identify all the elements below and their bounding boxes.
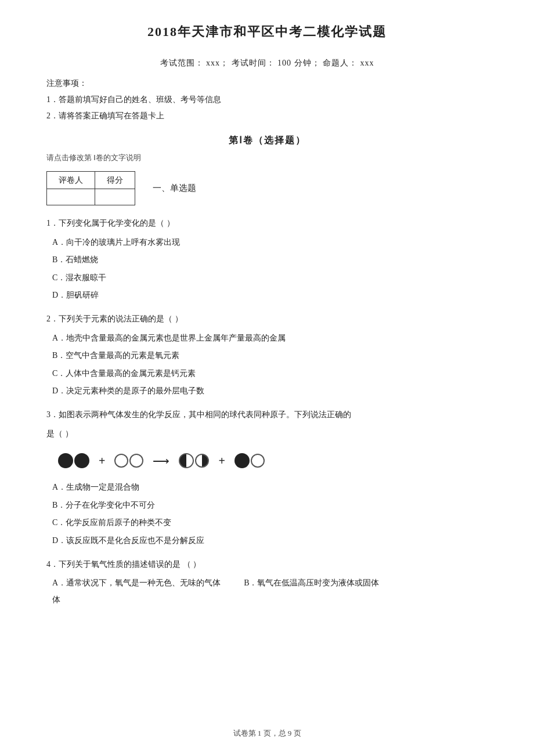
question-4-options: A．通常状况下，氧气是一种无色、无味的气体 B．氧气在低温高压时变为液体或固体 bbox=[52, 576, 488, 591]
question-4-option-a: A．通常状况下，氧气是一种无色、无味的气体 bbox=[52, 576, 221, 591]
question-1: 1．下列变化属于化学变化的是（ ） A．向干冷的玻璃片上呼有水雾出现 B．石蜡燃… bbox=[46, 216, 488, 303]
exam-info: 考试范围： xxx； 考试时间： 100 分钟； 命题人： xxx bbox=[46, 58, 488, 68]
atom-dark-1 bbox=[58, 453, 73, 468]
section-I-title: 第Ⅰ卷（选择题） bbox=[46, 135, 488, 147]
sub-section-title: 一、单选题 bbox=[153, 183, 196, 194]
question-2-stem: 2．下列关于元素的说法正确的是（ ） bbox=[46, 312, 488, 327]
reaction-diagram: + ⟶ + bbox=[58, 450, 488, 472]
question-1-option-d: D．胆矾研碎 bbox=[52, 288, 488, 303]
question-3-option-a: A．生成物一定是混合物 bbox=[52, 480, 488, 495]
question-1-option-a: A．向干冷的玻璃片上呼有水雾出现 bbox=[52, 235, 488, 251]
question-2: 2．下列关于元素的说法正确的是（ ） A．地壳中含量最高的金属元素也是世界上金属… bbox=[46, 312, 488, 399]
question-3-stem2: 是（ ） bbox=[46, 426, 488, 442]
score-table-value-2 bbox=[95, 189, 135, 205]
reactant-2 bbox=[114, 454, 143, 468]
reactant-1 bbox=[58, 453, 89, 468]
edit-hint[interactable]: 请点击修改第 Ⅰ卷的文字说明 bbox=[46, 153, 488, 163]
note-1: 1．答题前填写好自己的姓名、班级、考号等信息 bbox=[46, 92, 488, 108]
score-table: 评卷人 得分 bbox=[46, 171, 135, 205]
question-2-option-d: D．决定元素种类的是原子的最外层电子数 bbox=[52, 384, 488, 399]
atom-dark-2 bbox=[74, 453, 89, 468]
atom-light-1 bbox=[114, 454, 128, 468]
author-value: xxx bbox=[360, 59, 374, 67]
question-3-option-c: C．化学反应前后原子的种类不变 bbox=[52, 515, 488, 531]
score-table-wrapper: 评卷人 得分 一、单选题 bbox=[46, 171, 488, 205]
product-2 bbox=[234, 453, 265, 468]
scope-label: 考试范围： bbox=[160, 59, 204, 67]
question-1-option-b: B．石蜡燃烧 bbox=[52, 252, 488, 268]
question-4-continued: 体 bbox=[52, 592, 488, 608]
note-2: 2．请将答案正确填写在答题卡上 bbox=[46, 108, 488, 124]
question-1-option-c: C．湿衣服晾干 bbox=[52, 270, 488, 286]
atom-light-2 bbox=[129, 454, 143, 468]
question-4: 4．下列关于氧气性质的描述错误的是 （ ） A．通常状况下，氧气是一种无色、无味… bbox=[46, 557, 488, 608]
score-table-value-1 bbox=[47, 189, 95, 205]
footer-text: 试卷第 1 页，总 9 页 bbox=[233, 729, 301, 737]
question-2-option-b: B．空气中含量最高的元素是氧元素 bbox=[52, 348, 488, 364]
atom-dark-3 bbox=[234, 453, 250, 468]
score-table-header-1: 评卷人 bbox=[47, 172, 95, 189]
question-4-option-b: B．氧气在低温高压时变为液体或固体 bbox=[244, 576, 379, 591]
question-3-option-d: D．该反应既不是化合反应也不是分解反应 bbox=[52, 533, 488, 549]
question-2-option-c: C．人体中含量最高的金属元素是钙元素 bbox=[52, 366, 488, 382]
plus-sign-1: + bbox=[99, 450, 105, 472]
question-3-option-b: B．分子在化学变化中不可分 bbox=[52, 498, 488, 513]
question-2-option-a: A．地壳中含量最高的金属元素也是世界上金属年产量最高的金属 bbox=[52, 331, 488, 346]
time-value: 100 分钟 bbox=[277, 59, 312, 67]
question-3: 3．如图表示两种气体发生的化学反应，其中相同的球代表同种原子。下列说法正确的 是… bbox=[46, 407, 488, 549]
time-label: 考试时间： bbox=[232, 59, 275, 67]
arrow-sign: ⟶ bbox=[153, 450, 169, 472]
author-label: 命题人： bbox=[323, 59, 358, 67]
notes-title: 注意事项： bbox=[46, 75, 488, 92]
page-footer: 试卷第 1 页，总 9 页 bbox=[0, 728, 534, 739]
atom-half-1 bbox=[179, 453, 194, 468]
question-4-stem: 4．下列关于氧气性质的描述错误的是 （ ） bbox=[46, 557, 488, 573]
product-1 bbox=[179, 453, 209, 468]
score-table-header-2: 得分 bbox=[95, 172, 135, 189]
atom-half-2 bbox=[195, 454, 209, 468]
question-3-stem: 3．如图表示两种气体发生的化学反应，其中相同的球代表同种原子。下列说法正确的 bbox=[46, 407, 488, 423]
notes-section: 注意事项： 1．答题前填写好自己的姓名、班级、考号等信息 2．请将答案正确填写在… bbox=[46, 75, 488, 124]
question-1-stem: 1．下列变化属于化学变化的是（ ） bbox=[46, 216, 488, 231]
plus-sign-2: + bbox=[218, 450, 225, 472]
atom-light-3 bbox=[251, 454, 265, 468]
scope-value: xxx bbox=[206, 59, 220, 67]
page-title: 2018年天津市和平区中考二模化学试题 bbox=[46, 23, 488, 41]
